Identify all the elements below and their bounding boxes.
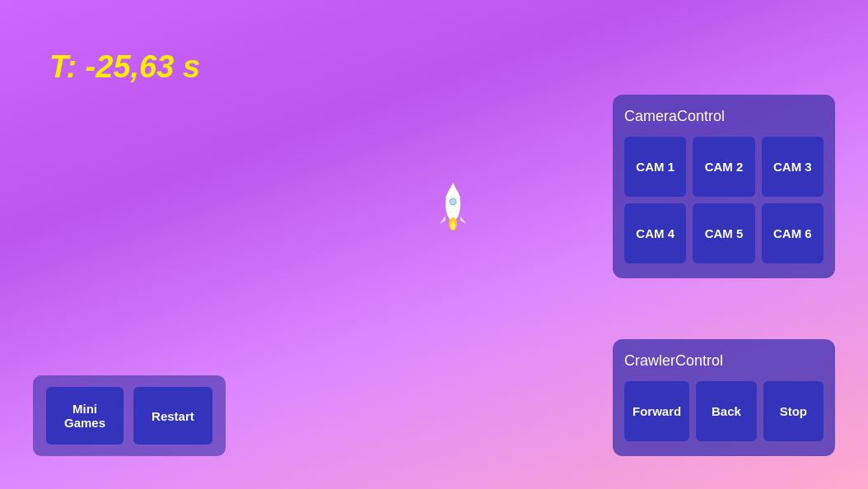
stop-button[interactable]: Stop <box>763 381 824 441</box>
restart-button[interactable]: Restart <box>133 387 212 445</box>
camera-button-grid: CAM 1 CAM 2 CAM 3 CAM 4 CAM 5 CAM 6 <box>624 137 824 263</box>
crawler-control-title: CrawlerControl <box>624 352 824 370</box>
camera-control-panel: CameraControl CAM 1 CAM 2 CAM 3 CAM 4 CA… <box>613 95 835 278</box>
mini-games-button[interactable]: MiniGames <box>46 387 124 445</box>
timer-display: T: -25,63 s <box>49 49 200 85</box>
svg-marker-3 <box>440 216 446 224</box>
cam2-button[interactable]: CAM 2 <box>693 137 754 197</box>
cam3-button[interactable]: CAM 3 <box>762 137 824 197</box>
cam1-button[interactable]: CAM 1 <box>624 137 686 197</box>
svg-marker-1 <box>446 183 460 198</box>
svg-marker-4 <box>460 216 466 224</box>
cam5-button[interactable]: CAM 5 <box>693 203 754 263</box>
cam4-button[interactable]: CAM 4 <box>624 203 686 263</box>
svg-point-2 <box>450 198 456 205</box>
crawler-button-grid: Forward Back Stop <box>624 381 824 441</box>
forward-button[interactable]: Forward <box>624 381 689 441</box>
crawler-control-panel: CrawlerControl Forward Back Stop <box>613 339 835 456</box>
svg-point-6 <box>450 221 455 230</box>
bottom-left-panel: MiniGames Restart <box>33 375 226 456</box>
back-button[interactable]: Back <box>696 381 756 441</box>
cam6-button[interactable]: CAM 6 <box>762 203 824 263</box>
rocket-sprite <box>436 181 469 231</box>
camera-control-title: CameraControl <box>624 108 824 125</box>
